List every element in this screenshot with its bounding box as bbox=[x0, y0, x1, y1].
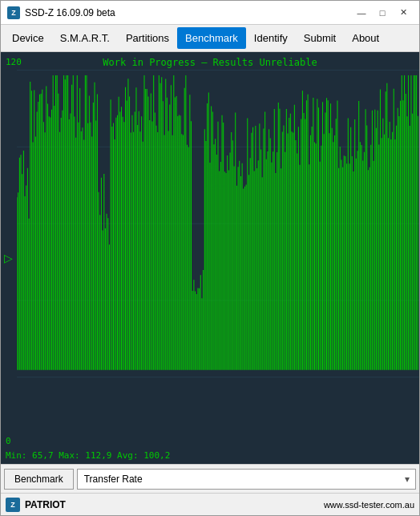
close-button[interactable]: ✕ bbox=[394, 5, 413, 21]
bottom-bar: Benchmark Transfer Rate Random Read Rand… bbox=[1, 464, 419, 493]
website-url: www.ssd-tester.com.au bbox=[324, 500, 414, 510]
menu-item-submit[interactable]: Submit bbox=[296, 27, 344, 49]
chart-min-label: 0 bbox=[6, 436, 11, 446]
chart-stats: Min: 65,7 Max: 112,9 Avg: 100,2 bbox=[6, 450, 170, 461]
play-icon[interactable]: ▷ bbox=[4, 252, 13, 264]
window-title: SSD-Z 16.09.09 beta bbox=[25, 7, 115, 18]
menu-bar: Device S.M.A.R.T. Partitions Benchmark I… bbox=[1, 25, 419, 52]
main-window: Z SSD-Z 16.09.09 beta — □ ✕ Device S.M.A… bbox=[0, 0, 420, 516]
menu-item-partitions[interactable]: Partitions bbox=[118, 27, 177, 49]
status-app-icon: Z bbox=[6, 498, 20, 512]
window-controls: — □ ✕ bbox=[352, 5, 413, 21]
title-bar-left: Z SSD-Z 16.09.09 beta bbox=[7, 6, 115, 19]
menu-item-identify[interactable]: Identify bbox=[246, 27, 296, 49]
chart-area: Work in Progress – Results Unreliable 12… bbox=[1, 52, 419, 464]
maximize-button[interactable]: □ bbox=[373, 5, 392, 21]
menu-item-device[interactable]: Device bbox=[4, 27, 52, 49]
drive-name: PATRIOT bbox=[25, 499, 66, 510]
minimize-button[interactable]: — bbox=[352, 5, 371, 21]
dropdown-wrapper: Transfer Rate Random Read Random Write S… bbox=[77, 469, 416, 490]
menu-item-about[interactable]: About bbox=[344, 27, 387, 49]
chart-svg bbox=[17, 52, 419, 413]
benchmark-button[interactable]: Benchmark bbox=[4, 469, 74, 490]
status-bar: Z PATRIOT www.ssd-tester.com.au bbox=[1, 493, 419, 515]
menu-item-benchmark[interactable]: Benchmark bbox=[177, 27, 246, 49]
menu-item-smart[interactable]: S.M.A.R.T. bbox=[52, 27, 118, 49]
app-icon: Z bbox=[7, 6, 20, 19]
title-bar: Z SSD-Z 16.09.09 beta — □ ✕ bbox=[1, 1, 419, 25]
transfer-type-select[interactable]: Transfer Rate Random Read Random Write S… bbox=[77, 469, 416, 490]
